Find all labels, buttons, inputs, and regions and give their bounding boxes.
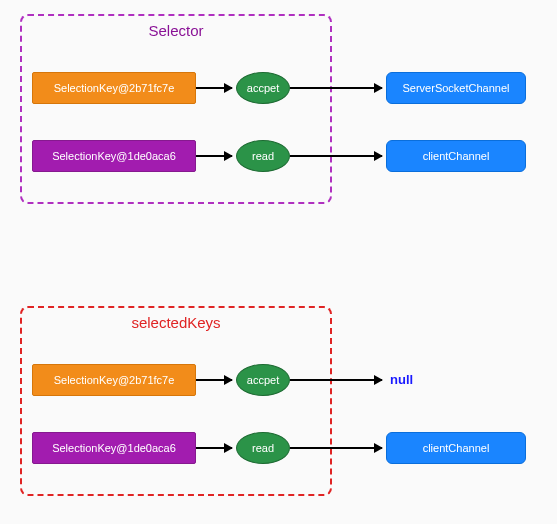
selection-key-box: SelectionKey@1de0aca6 — [32, 140, 196, 172]
arrow-icon — [196, 87, 232, 89]
selected-keys-group: selectedKeys — [20, 306, 332, 496]
arrow-icon — [196, 447, 232, 449]
operation-ellipse: accpet — [236, 72, 290, 104]
selection-key-box: SelectionKey@2b71fc7e — [32, 72, 196, 104]
selector-title: Selector — [22, 22, 330, 39]
selection-key-box: SelectionKey@2b71fc7e — [32, 364, 196, 396]
operation-ellipse: read — [236, 432, 290, 464]
operation-ellipse: read — [236, 140, 290, 172]
arrow-icon — [290, 379, 382, 381]
arrow-icon — [196, 155, 232, 157]
selection-key-box: SelectionKey@1de0aca6 — [32, 432, 196, 464]
selector-group: Selector — [20, 14, 332, 204]
channel-box: clientChannel — [386, 432, 526, 464]
null-label: null — [390, 372, 413, 387]
channel-box: ServerSocketChannel — [386, 72, 526, 104]
selected-keys-title: selectedKeys — [22, 314, 330, 331]
operation-ellipse: accpet — [236, 364, 290, 396]
arrow-icon — [290, 155, 382, 157]
arrow-icon — [196, 379, 232, 381]
arrow-icon — [290, 447, 382, 449]
arrow-icon — [290, 87, 382, 89]
channel-box: clientChannel — [386, 140, 526, 172]
